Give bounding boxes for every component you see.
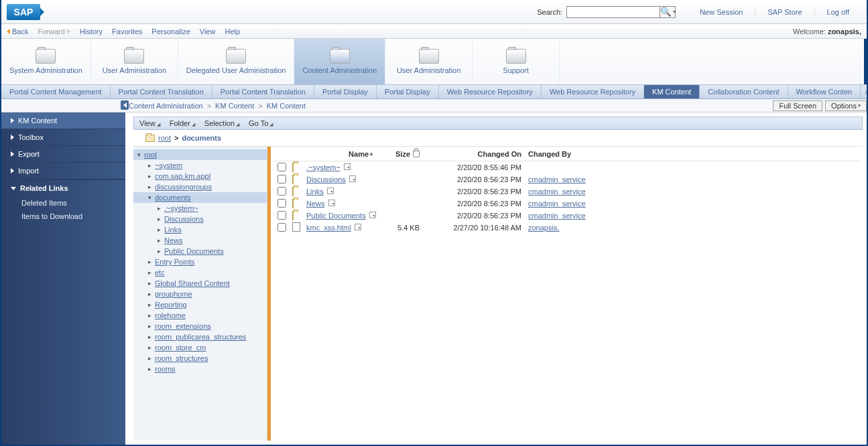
col-name[interactable]: Name <box>304 150 378 158</box>
expand-icon[interactable]: ▸ <box>147 313 153 319</box>
crumb-0[interactable]: Content Administration <box>129 102 203 110</box>
tree-item-16[interactable]: ▸room_publicarea_structures <box>133 331 267 342</box>
sap-store-link[interactable]: SAP Store <box>755 8 814 16</box>
expand-icon[interactable]: ▸ <box>147 345 153 351</box>
subnav-more[interactable]: » <box>861 88 867 96</box>
subtab-1[interactable]: Portal Content Translation <box>111 85 212 98</box>
bigtab-3[interactable]: Content Administration <box>294 39 385 84</box>
tree-item-12[interactable]: ▸grouphome <box>133 289 267 299</box>
expand-icon[interactable]: ▸ <box>147 366 153 372</box>
bigtab-5[interactable]: Support <box>473 39 560 84</box>
tree-item-3[interactable]: ▾documents <box>133 192 267 203</box>
tree-item-5[interactable]: ▸Discussions <box>133 214 267 224</box>
full-screen-button[interactable]: Full Screen <box>773 100 822 111</box>
bigtab-0[interactable]: System Administration <box>1 39 91 84</box>
context-menu-icon[interactable] <box>369 212 376 218</box>
expand-icon[interactable]: ▸ <box>147 163 153 169</box>
changed-by-link[interactable]: cmadmin_service <box>528 175 586 183</box>
context-menu-icon[interactable] <box>328 200 335 206</box>
expand-icon[interactable]: ▸ <box>156 248 162 254</box>
bigtab-1[interactable]: User Administration <box>91 39 178 84</box>
tree-root[interactable]: ▾root <box>133 149 267 160</box>
context-menu-icon[interactable] <box>327 188 334 194</box>
expand-icon[interactable]: ▸ <box>147 259 153 265</box>
row-checkbox[interactable] <box>277 187 286 196</box>
expand-icon[interactable]: ▸ <box>147 302 153 308</box>
subtab-8[interactable]: Collaboration Content <box>700 85 788 98</box>
tree-item-9[interactable]: ▸Entry Points <box>133 256 267 267</box>
row-name-link[interactable]: Public Documents <box>306 212 366 220</box>
options-button[interactable]: Options <box>825 100 867 111</box>
row-name-link[interactable]: kmc_xss.html <box>306 224 351 232</box>
row-checkbox[interactable] <box>277 223 286 232</box>
nav-personalize[interactable]: Personalize <box>151 27 190 35</box>
tree-item-2[interactable]: ▸discussiongroups <box>133 181 267 192</box>
related-link-0[interactable]: Deleted Items <box>1 196 125 210</box>
expand-icon[interactable]: ▸ <box>156 216 162 222</box>
col-changed-on[interactable]: Changed On <box>425 150 525 158</box>
tree-item-15[interactable]: ▸room_extensions <box>133 321 267 331</box>
col-changed-by[interactable]: Changed By <box>525 150 860 158</box>
collapse-icon[interactable]: ▾ <box>136 152 142 158</box>
tree-item-7[interactable]: ▸News <box>133 235 267 246</box>
tree-item-13[interactable]: ▸Reporting <box>133 299 267 310</box>
expand-icon[interactable]: ▸ <box>147 270 153 276</box>
context-menu-icon[interactable] <box>349 175 356 182</box>
row-name-link[interactable]: News <box>306 200 325 208</box>
expand-icon[interactable]: ▸ <box>147 334 153 340</box>
new-session-link[interactable]: New Session <box>688 8 755 16</box>
context-menu-icon[interactable] <box>355 224 361 230</box>
changed-by-link[interactable]: cmadmin_service <box>528 200 586 208</box>
collapse-handle[interactable] <box>121 100 129 110</box>
subtab-4[interactable]: Portal Display <box>377 85 439 98</box>
toolbar-selection[interactable]: Selection <box>204 119 239 127</box>
nav-history[interactable]: History <box>80 27 103 35</box>
row-checkbox[interactable] <box>277 211 286 220</box>
tree-item-1[interactable]: ▸com.sap.km.appl <box>133 171 267 181</box>
expand-icon[interactable]: ▸ <box>147 184 153 190</box>
expand-icon[interactable]: ▸ <box>147 323 153 329</box>
subtab-0[interactable]: Portal Content Management <box>1 85 111 98</box>
tree-item-18[interactable]: ▸room_structures <box>133 353 267 364</box>
nav-view[interactable]: View <box>200 27 216 35</box>
leftnav-item-0[interactable]: KM Content <box>1 113 125 129</box>
bigtab-4[interactable]: User Administration <box>385 39 473 84</box>
leftnav-item-3[interactable]: Import <box>1 163 125 179</box>
expand-icon[interactable]: ▸ <box>156 238 162 244</box>
path-root[interactable]: root <box>158 134 171 142</box>
search-input[interactable] <box>566 6 660 18</box>
related-link-1[interactable]: Items to Download <box>1 210 125 223</box>
row-name-link[interactable]: Links <box>306 188 324 196</box>
subtab-2[interactable]: Portal Content Translation <box>212 85 314 98</box>
nav-favorites[interactable]: Favorites <box>112 27 142 35</box>
subtab-5[interactable]: Web Resource Repository <box>439 85 542 98</box>
tree-item-17[interactable]: ▸room_store_cm <box>133 342 267 353</box>
toolbar-folder[interactable]: Folder <box>170 119 195 127</box>
context-menu-icon[interactable] <box>344 163 351 170</box>
tree-item-11[interactable]: ▸Global Shared Content <box>133 278 267 289</box>
tree-item-0[interactable]: ▸~system <box>133 160 267 171</box>
leftnav-item-2[interactable]: Export <box>1 146 125 163</box>
expand-icon[interactable]: ▸ <box>147 356 153 362</box>
expand-icon[interactable]: ▾ <box>147 195 153 201</box>
toolbar-view[interactable]: View <box>139 119 160 127</box>
leftnav-item-1[interactable]: Toolbox <box>1 129 125 146</box>
col-size[interactable]: Size <box>378 150 425 158</box>
row-checkbox[interactable] <box>277 175 286 183</box>
changed-by-link[interactable]: zonapsis, <box>528 224 559 232</box>
tree-item-10[interactable]: ▸etc <box>133 267 267 278</box>
toolbar-goto[interactable]: Go To <box>249 119 273 127</box>
tree-item-4[interactable]: ▸.~system~ <box>133 203 267 214</box>
bigtab-2[interactable]: Delegated User Administration <box>178 39 295 84</box>
tree-item-19[interactable]: ▸rooms <box>133 364 267 374</box>
changed-by-link[interactable]: cmadmin_service <box>528 188 586 196</box>
tree-item-8[interactable]: ▸Public Documents <box>133 246 267 256</box>
expand-icon[interactable]: ▸ <box>156 206 162 212</box>
back-button[interactable]: Back <box>7 27 28 35</box>
subtab-6[interactable]: Web Resource Repository <box>542 85 644 98</box>
subtab-3[interactable]: Portal Display <box>314 85 377 98</box>
row-checkbox[interactable] <box>277 199 286 208</box>
subtab-9[interactable]: Workflow Conten <box>788 85 861 98</box>
crumb-1[interactable]: KM Content <box>215 102 254 110</box>
tree-item-6[interactable]: ▸Links <box>133 224 267 235</box>
